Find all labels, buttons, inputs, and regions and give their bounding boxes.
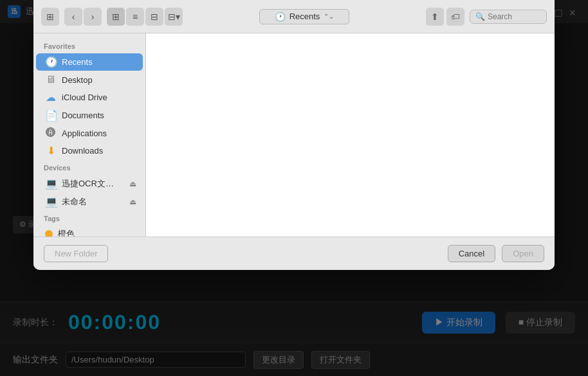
sidebar-item-recents[interactable]: 🕐 Recents [36, 53, 143, 71]
sidebar-item-downloads[interactable]: ⬇ Downloads [36, 142, 143, 159]
forward-button[interactable]: › [84, 8, 102, 26]
devices-label: Devices [33, 160, 145, 174]
documents-label: Documents [62, 111, 104, 120]
grid-view-button[interactable]: ⊞ [107, 8, 125, 26]
desktop-icon: 🖥 [45, 74, 57, 85]
sidebar-item-tag-orange[interactable]: 橙色 [36, 226, 143, 237]
sidebar-item-applications[interactable]: 🅐 Applications [36, 125, 143, 141]
new-folder-button[interactable]: New Folder [44, 245, 108, 262]
cancel-button[interactable]: Cancel [448, 245, 495, 262]
column-view-button[interactable]: ⊟ [145, 8, 163, 26]
location-icon: 🕐 [275, 12, 286, 22]
sidebar-item-device2[interactable]: 💻 未命名 ⏏ [36, 193, 143, 210]
picker-toolbar: ⊞ ‹ › ⊞ ≡ ⊟ ⊟▾ 🕐 Recents ⌃⌄ [33, 0, 555, 33]
icloud-label: iCloud Drive [62, 93, 107, 102]
tag-button[interactable]: 🏷 [446, 8, 464, 26]
tag-orange-label: 橙色 [58, 228, 75, 237]
picker-main-content [146, 33, 555, 237]
picker-footer: New Folder Cancel Open [33, 237, 555, 270]
location-text: Recents [289, 12, 320, 21]
recents-icon: 🕐 [45, 56, 57, 68]
device2-label: 未命名 [62, 196, 87, 208]
tag-orange-dot [45, 230, 53, 237]
search-icon: 🔍 [475, 12, 485, 21]
device1-label: 迅捷OCR文… [62, 178, 114, 190]
device2-icon: 💻 [45, 195, 57, 208]
share-button[interactable]: ⬆ [426, 8, 444, 26]
list-view-button[interactable]: ≡ [126, 8, 144, 26]
search-input[interactable] [488, 12, 539, 21]
desktop-label: Desktop [62, 75, 93, 85]
picker-sidebar: Favorites 🕐 Recents 🖥 Desktop ☁ iCloud D… [33, 33, 146, 237]
sidebar-item-documents[interactable]: 📄 Documents [36, 107, 143, 124]
action-buttons: ⬆ 🏷 [426, 8, 464, 26]
sidebar-toggle-button[interactable]: ⊞ [41, 8, 59, 26]
applications-icon: 🅐 [45, 127, 57, 139]
tags-label: Tags [33, 211, 145, 225]
downloads-label: Downloads [62, 146, 103, 156]
location-chevron-icon: ⌃⌄ [324, 13, 334, 20]
back-button[interactable]: ‹ [64, 8, 82, 26]
gallery-view-button[interactable]: ⊟▾ [165, 8, 183, 26]
recents-label: Recents [62, 57, 93, 67]
device1-icon: 💻 [45, 177, 57, 190]
view-buttons: ⊞ ≡ ⊟ ⊟▾ [107, 8, 183, 26]
sidebar-item-desktop[interactable]: 🖥 Desktop [36, 71, 143, 88]
nav-buttons: ‹ › [64, 8, 102, 26]
documents-icon: 📄 [45, 109, 57, 121]
downloads-icon: ⬇ [45, 145, 57, 157]
sidebar-toggle-icon: ⊞ [46, 12, 54, 22]
file-picker-dialog: ⊞ ‹ › ⊞ ≡ ⊟ ⊟▾ 🕐 Recents ⌃⌄ [33, 0, 555, 270]
sidebar-item-icloud[interactable]: ☁ iCloud Drive [36, 89, 143, 106]
open-button[interactable]: Open [502, 245, 544, 262]
modal-overlay: ⊞ ‹ › ⊞ ≡ ⊟ ⊟▾ 🕐 Recents ⌃⌄ [0, 0, 588, 376]
picker-body: Favorites 🕐 Recents 🖥 Desktop ☁ iCloud D… [33, 33, 555, 237]
sidebar-item-device1[interactable]: 💻 迅捷OCR文… ⏏ [36, 175, 143, 192]
applications-label: Applications [62, 129, 107, 138]
search-box[interactable]: 🔍 [470, 10, 547, 24]
icloud-icon: ☁ [45, 91, 57, 103]
device1-eject-icon[interactable]: ⏏ [129, 179, 136, 188]
favorites-label: Favorites [33, 39, 145, 53]
location-display[interactable]: 🕐 Recents ⌃⌄ [259, 9, 349, 24]
device2-eject-icon[interactable]: ⏏ [129, 197, 136, 206]
